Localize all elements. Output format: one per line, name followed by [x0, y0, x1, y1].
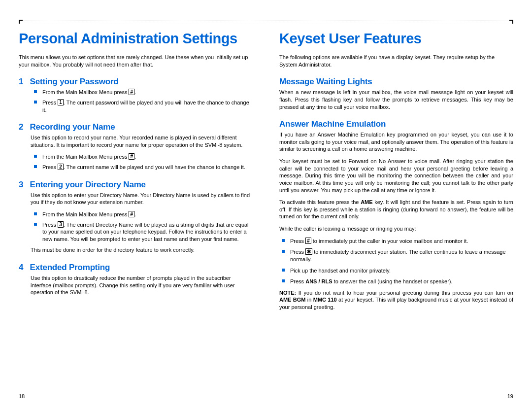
section-heading-setting-password: 1 Setting your Password: [19, 77, 253, 87]
section-desc: Use this option to enter your Directory …: [31, 192, 253, 206]
section-note: This must be done in order for the direc…: [31, 246, 253, 254]
right-column: Keyset User Features The following optio…: [279, 20, 513, 399]
section-heading-extended-prompting: 4 Extended Prompting: [19, 263, 253, 273]
subheading-ame: Answer Machine Emulation: [279, 119, 513, 129]
note-label: NOTE:: [279, 290, 296, 296]
steps-list: From the Main Mailbox Menu press #. Pres…: [19, 89, 253, 113]
left-column: Personal Administration Settings This me…: [19, 20, 253, 399]
note-paragraph: NOTE: If you do not want to hear your pe…: [279, 289, 513, 311]
section-heading-directory-name: 3 Entering your Directory Name: [19, 180, 253, 190]
section-title: Recording your Name: [30, 122, 115, 132]
section-desc: Use this option to record your name. You…: [31, 134, 253, 148]
key-hash-icon: #: [129, 153, 134, 160]
list-item: Press 3. The current Directory Name will…: [42, 221, 253, 243]
key-star-icon: ✱: [305, 248, 312, 255]
list-item: From the Main Mailbox Menu press #.: [42, 211, 253, 218]
section-heading-recording-name: 2 Recording your Name: [19, 122, 253, 132]
options-list: Press # to immediately put the caller in…: [279, 238, 513, 285]
list-item: Press 1. The current password will be pl…: [42, 99, 253, 113]
key-two-icon: 2: [58, 164, 64, 170]
section-title: Setting your Password: [30, 77, 119, 86]
section-title: Extended Prompting: [30, 263, 110, 272]
page-title-right: Keyset User Features: [279, 31, 513, 47]
steps-list: From the Main Mailbox Menu press #. Pres…: [19, 153, 253, 171]
section-desc: Use this option to drastically reduce th…: [31, 274, 253, 296]
ame-bgm-label: AME BGM: [279, 297, 305, 303]
key-three-icon: 3: [58, 221, 64, 228]
paragraph: While the caller is leaving a message or…: [279, 225, 513, 233]
key-one-icon: 1: [58, 99, 64, 105]
section-number: 4: [19, 263, 28, 273]
key-hash-icon: #: [305, 238, 311, 244]
section-title: Entering your Directory Name: [30, 180, 146, 189]
list-item: Pick up the handset and monitor privatel…: [290, 267, 513, 274]
list-item: Press ✱ to immediately disconnect your s…: [290, 248, 513, 263]
page-number-right: 19: [507, 393, 513, 399]
mmc-110-label: MMC 110: [313, 297, 337, 303]
page-number-left: 18: [19, 393, 25, 399]
list-item: From the Main Mailbox Menu press #.: [42, 153, 253, 161]
list-item: From the Main Mailbox Menu press #.: [42, 89, 253, 96]
paragraph: To activate this feature press the AME k…: [279, 199, 513, 220]
paragraph: When a new message is left in your mailb…: [279, 89, 513, 110]
list-item: Press 2. The current name will be played…: [42, 164, 253, 171]
key-hash-icon: #: [129, 211, 134, 217]
list-item: Press ANS / RLS to answer the call (usin…: [290, 278, 513, 285]
section-number: 2: [19, 122, 28, 132]
ame-key-label: AME: [361, 199, 372, 205]
intro-right: The following options are available if y…: [279, 54, 513, 68]
steps-list: From the Main Mailbox Menu press #. Pres…: [19, 211, 253, 243]
page-title-left: Personal Administration Settings: [19, 31, 253, 47]
list-item: Press # to immediately put the caller in…: [290, 238, 513, 245]
section-number: 3: [19, 180, 28, 190]
paragraph: Your keyset must be set to Forward on No…: [279, 158, 513, 194]
section-number: 1: [19, 77, 28, 87]
key-hash-icon: #: [129, 89, 134, 95]
subheading-message-waiting: Message Waiting Lights: [279, 77, 513, 87]
paragraph: If you have an Answer Machine Emulation …: [279, 131, 513, 153]
intro-left: This menu allows you to set options that…: [19, 54, 253, 68]
ans-rls-key-label: ANS / RLS: [305, 278, 332, 284]
